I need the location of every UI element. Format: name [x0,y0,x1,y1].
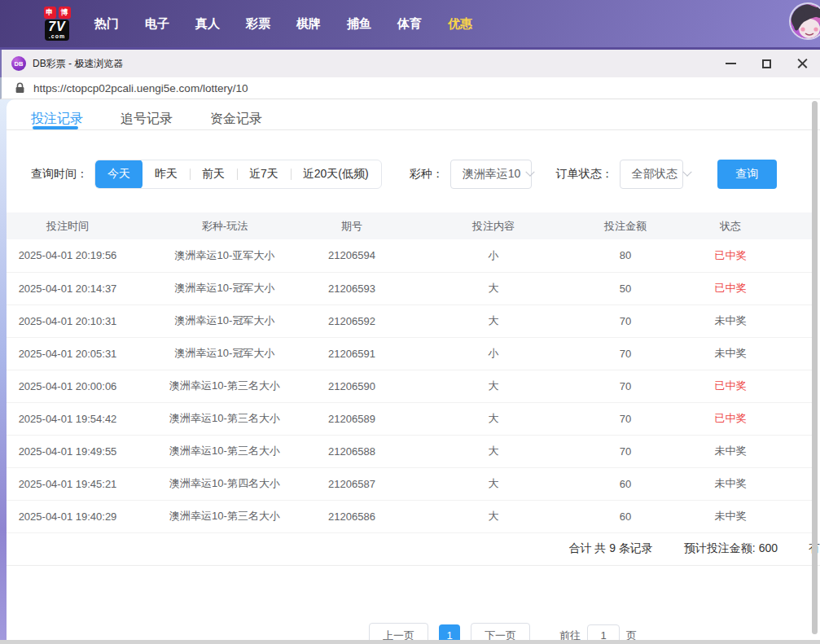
lottery-select[interactable]: 澳洲幸运10 [450,160,532,189]
prev-page-button[interactable]: 上一页 [369,623,428,641]
nav-menu-item[interactable]: 体育 [397,16,422,32]
header-bet-amount: 投注金额 [604,212,647,239]
order-status-select[interactable]: 全部状态 [620,160,683,189]
time-range-option[interactable]: 前天 [190,160,237,189]
cell-bet-time: 2025-04-01 19:54:42 [7,402,129,435]
lock-icon [15,82,25,94]
lottery-select-value: 澳洲幸运10 [463,167,521,182]
chevron-down-icon [682,168,691,177]
cell-bet-amount: 60 [604,467,647,500]
close-button[interactable] [784,50,820,77]
nav-menu-item[interactable]: 棋牌 [296,16,321,32]
nav-menu-item[interactable]: 热门 [94,16,119,32]
logo-badge-shen: 申 [44,7,56,19]
cell-bet-time: 2025-04-01 20:19:56 [7,239,129,272]
cell-game-play: 澳洲幸运10-第三名大小 [129,402,321,435]
cell-game-play: 澳洲幸运10-第三名大小 [129,435,321,467]
goto-page-input[interactable] [587,624,620,641]
next-page-button[interactable]: 下一页 [471,623,530,641]
search-button[interactable]: 查询 [717,160,777,189]
chevron-down-icon [526,168,535,177]
cell-game-play: 澳洲幸运10-第三名大小 [129,500,321,532]
time-range-option[interactable]: 近20天(低频) [291,160,381,189]
page-number-current[interactable]: 1 [439,624,460,641]
time-range-group: 今天 昨天 前天 近7天 近20天(低频) [94,160,382,189]
cell-bet-time: 2025-04-01 19:45:21 [7,467,129,500]
table-row: 2025-04-01 20:19:56 澳洲幸运10-亚军大小 21206594… [7,239,814,272]
page-background: 投注记录 追号记录 资金记录 查询时间： 今天 昨天 前天 近7天 近20天(低… [0,99,820,644]
cell-bet-content: 大 [383,435,604,467]
cell-status: 已中奖 [647,239,814,272]
cell-period: 21206587 [321,467,383,500]
cell-game-play: 澳洲幸运10-第四名大小 [129,467,321,500]
cell-period: 21206592 [321,304,383,337]
summary-total: 合计 共 9 条记录 [568,541,652,556]
user-avatar[interactable] [789,2,820,40]
maximize-icon [762,59,771,68]
header-period: 期号 [321,212,383,239]
time-range-option[interactable]: 今天 [95,160,143,189]
cell-bet-amount: 70 [604,370,647,402]
vertical-scrollbar[interactable] [812,101,818,634]
filter-bar: 查询时间： 今天 昨天 前天 近7天 近20天(低频) 彩种： 澳洲幸运10 [31,160,820,189]
cell-bet-amount: 50 [604,272,647,304]
logo-box: 7V .com [45,20,69,41]
cell-period: 21206593 [321,272,383,304]
address-bar[interactable]: https://ctopcp02pcali.uengi5e.com/lotter… [0,77,820,99]
cell-bet-time: 2025-04-01 19:40:29 [7,500,129,532]
cell-status: 已中奖 [647,272,814,304]
cell-period: 21206586 [321,500,383,532]
cell-game-play: 澳洲幸运10-冠军大小 [129,272,321,304]
summary-expected-amount: 预计投注金额: 600 [684,541,778,556]
query-time-label: 查询时间： [31,167,88,182]
table-row: 2025-04-01 19:49:55 澳洲幸运10-第三名大小 2120658… [7,435,814,467]
summary-row: 合计 共 9 条记录 预计投注金额: 600 有效投注金额 [7,533,820,566]
tab-fund-records[interactable]: 资金记录 [210,111,262,129]
cell-status: 已中奖 [647,402,814,435]
avatar-image [791,4,820,40]
header-bet-time: 投注时间 [7,212,129,239]
nav-menu-item[interactable]: 真人 [195,16,220,32]
cell-bet-content: 小 [383,337,604,370]
nav-menu-item[interactable]: 电子 [145,16,169,32]
cell-bet-time: 2025-04-01 20:14:37 [7,272,129,304]
cell-period: 21206588 [321,435,383,467]
table-row: 2025-04-01 20:00:06 澳洲幸运10-第三名大小 2120659… [7,370,814,402]
nav-menu-item[interactable]: 优惠 [448,16,472,32]
window-bottom-edge [0,640,820,644]
cell-bet-content: 大 [383,467,604,500]
cell-bet-time: 2025-04-01 20:05:31 [7,337,129,370]
cell-bet-content: 大 [383,402,604,435]
cell-game-play: 澳洲幸运10-第三名大小 [129,370,321,402]
goto-page-suffix: 页 [626,629,637,641]
tab-bet-records[interactable]: 投注记录 [31,111,83,129]
cell-bet-amount: 60 [604,500,647,532]
minimize-button[interactable] [713,50,748,77]
cell-game-play: 澳洲幸运10-冠军大小 [129,304,321,337]
cell-game-play: 澳洲幸运10-冠军大小 [129,337,321,370]
cell-period: 21206589 [321,402,383,435]
nav-menu-item[interactable]: 彩票 [246,16,270,32]
cell-bet-amount: 70 [604,337,647,370]
nav-menu-item[interactable]: 捕鱼 [347,16,371,32]
lottery-type-label: 彩种： [410,167,444,182]
order-status-label: 订单状态： [556,167,613,182]
logo-main-text: 7V [48,20,66,33]
site-logo[interactable]: 申 博 7V .com [37,7,77,41]
tab-chase-records[interactable]: 追号记录 [121,111,173,129]
maximize-button[interactable] [748,50,784,77]
cell-bet-time: 2025-04-01 19:49:55 [7,435,129,467]
table-row: 2025-04-01 19:45:21 澳洲幸运10-第四名大小 2120658… [7,467,814,500]
window-controls [713,50,820,77]
table-header: 投注时间 彩种-玩法 期号 投注内容 投注金额 状态 [7,212,814,239]
cell-status: 未中奖 [647,304,814,337]
header-status: 状态 [647,212,814,239]
time-range-option[interactable]: 近7天 [237,160,291,189]
goto-label: 前往 [559,629,581,641]
bet-records-table: 投注时间 彩种-玩法 期号 投注内容 投注金额 状态 2025-04-01 20… [7,212,814,533]
record-tabs: 投注记录 追号记录 资金记录 [7,99,820,130]
cell-bet-content: 大 [383,272,604,304]
goto-page-group: 前往 页 [559,624,637,641]
logo-sub-text: .com [48,33,66,39]
time-range-option[interactable]: 昨天 [143,160,190,189]
